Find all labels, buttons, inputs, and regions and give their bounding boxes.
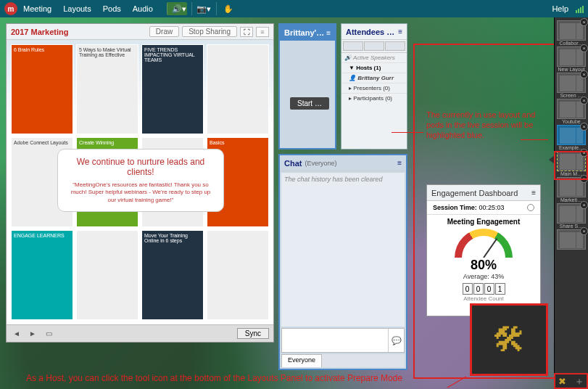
pod-options-icon[interactable]: ≡: [531, 189, 536, 197]
close-icon[interactable]: ×: [580, 227, 588, 235]
share-footer: ◄ ► ▭ Sync: [7, 324, 273, 342]
chat-input[interactable]: [282, 329, 388, 352]
presenters-group[interactable]: ▸ Presenters (0): [341, 83, 407, 93]
layout-thumbnail[interactable]: ×: [557, 229, 586, 250]
prepare-mode-icon[interactable]: ✖: [558, 376, 566, 387]
slide-tile: [76, 230, 138, 320]
menu-audio[interactable]: Audio: [133, 4, 153, 13]
attendee-counter: 0 0 0 1: [427, 283, 540, 295]
panel-collapse-icon[interactable]: [549, 155, 555, 164]
close-icon[interactable]: ×: [580, 44, 588, 52]
session-time-row: Session Time: 00:25:03: [427, 201, 540, 215]
chat-tabs: Everyone: [281, 354, 405, 367]
chat-header[interactable]: Chat (Everyone) ≡: [280, 155, 406, 171]
attendees-toolbar: [341, 40, 407, 53]
pod-options-icon[interactable]: ≡: [398, 28, 402, 36]
chat-send-icon[interactable]: 💬: [388, 329, 404, 352]
slide-tile: 5 Ways to Make Virtual Training as Effec…: [76, 44, 138, 134]
add-layout-icon[interactable]: ＋: [574, 375, 584, 388]
slide-tile: [207, 230, 269, 320]
chat-tab-everyone[interactable]: Everyone: [281, 354, 322, 367]
attendee-view-icon[interactable]: [364, 41, 384, 51]
chat-history: The chat history has been cleared: [281, 173, 405, 327]
close-icon[interactable]: ×: [580, 149, 588, 157]
slide-list-icon[interactable]: ▭: [43, 329, 54, 339]
prev-slide-icon[interactable]: ◄: [11, 329, 22, 339]
slide-tile: ENGAGE LEARNERS: [11, 230, 73, 320]
poll-pod: Brittany'… ≡ Start …: [278, 23, 336, 150]
engagement-header[interactable]: Engagement Dashboard ≡: [427, 185, 540, 201]
share-title: 2017 Marketing: [11, 28, 68, 36]
attendee-view-icon[interactable]: [385, 41, 405, 51]
layout-thumbnail[interactable]: ×Share S…: [557, 203, 586, 229]
close-icon[interactable]: ×: [580, 123, 588, 131]
active-speakers-label: 🔊 Active Speakers: [341, 53, 407, 62]
layout-thumbnail[interactable]: ×Screen …: [557, 73, 586, 98]
stop-sharing-button[interactable]: Stop Sharing: [182, 26, 237, 37]
poll-title: Brittany'…: [284, 28, 324, 37]
chat-scope: (Everyone): [305, 160, 336, 167]
layouts-panel-tools: ✖ ＋: [555, 373, 588, 389]
hosts-group[interactable]: ▼ Hosts (1): [341, 62, 407, 73]
menu-meeting[interactable]: Meeting: [23, 4, 51, 13]
attendees-header[interactable]: Attendees … ≡: [341, 24, 407, 40]
fullscreen-icon[interactable]: ⛶: [240, 27, 253, 37]
layout-thumbnail[interactable]: ×Youtube: [557, 99, 586, 124]
attendee-count-label: Attendee Count: [427, 295, 540, 302]
connection-icon: [576, 4, 584, 13]
pod-options-icon[interactable]: ≡: [326, 29, 331, 37]
raise-hand-icon[interactable]: ✋: [216, 2, 236, 15]
webcam-icon[interactable]: 📷▾: [191, 2, 212, 15]
annotation-text: As a Host, you can click the tool icon a…: [26, 373, 402, 383]
slide-tile: FIVE TRENDS IMPACTING VIRTUAL TEAMS: [141, 44, 204, 134]
menu-pods[interactable]: Pods: [103, 4, 121, 13]
annotation-line: [521, 139, 548, 140]
layout-thumbnail[interactable]: ×Main M…: [557, 151, 586, 176]
session-time-value: 00:25:03: [479, 204, 504, 211]
annotation-text: The currently in use layout and pods in …: [426, 110, 544, 140]
callout-heading: We continue to nurture leads and clients…: [67, 157, 215, 177]
attendee-row[interactable]: 👤 Brittany Gurr: [341, 73, 407, 83]
draw-button[interactable]: Draw: [149, 26, 179, 37]
close-icon[interactable]: ×: [580, 70, 588, 78]
close-icon[interactable]: ×: [580, 97, 588, 105]
start-poll-button[interactable]: Start …: [290, 97, 329, 110]
attendee-view-icon[interactable]: [343, 41, 363, 51]
share-content: 6 Brain Rules 5 Ways to Make Virtual Tra…: [7, 40, 273, 324]
slide-tile: 6 Brain Rules: [11, 44, 73, 134]
slide-tile: Move Your Training Online in 6 steps: [141, 230, 204, 320]
layout-thumbnail[interactable]: ×Collabor…: [557, 20, 586, 46]
engagement-percent: 80%: [427, 258, 540, 273]
chat-pod: Chat (Everyone) ≡ The chat history has b…: [278, 154, 407, 370]
slide-callout: We continue to nurture leads and clients…: [57, 149, 224, 212]
poll-header[interactable]: Brittany'… ≡: [280, 25, 335, 41]
speaker-icon[interactable]: 🔊▾: [167, 2, 187, 15]
layout-thumbnail[interactable]: ×Example…: [557, 125, 586, 150]
pod-options-icon[interactable]: ≡: [256, 27, 269, 37]
participants-group[interactable]: ▸ Participants (0): [341, 93, 407, 103]
chat-input-row: 💬: [281, 328, 405, 353]
engagement-average: Average: 43%: [427, 273, 540, 280]
layout-thumbnail[interactable]: ×Marketi…: [557, 177, 586, 202]
close-icon[interactable]: ×: [580, 18, 588, 26]
meeting-stage: 2017 Marketing Draw Stop Sharing ⛶ ≡ 6 B…: [0, 17, 554, 389]
close-icon[interactable]: ×: [580, 175, 588, 183]
close-icon[interactable]: ×: [580, 201, 588, 209]
menu-help[interactable]: Help: [552, 4, 568, 13]
engagement-gauge: [455, 229, 513, 258]
record-icon[interactable]: [527, 204, 534, 211]
menu-layouts[interactable]: Layouts: [63, 4, 91, 13]
slide-tile: [207, 44, 269, 134]
sync-button[interactable]: Sync: [237, 328, 269, 339]
next-slide-icon[interactable]: ►: [27, 329, 38, 339]
share-pod: 2017 Marketing Draw Stop Sharing ⛶ ≡ 6 B…: [6, 23, 274, 343]
engagement-heading: Meeting Engagement: [427, 215, 540, 229]
attendees-pod: Attendees … ≡ 🔊 Active Speakers ▼ Hosts …: [341, 23, 407, 150]
attendees-title: Attendees …: [346, 28, 394, 36]
share-pod-header[interactable]: 2017 Marketing Draw Stop Sharing ⛶ ≡: [7, 24, 273, 40]
pod-options-icon[interactable]: ≡: [397, 159, 402, 167]
annotation-line: [447, 377, 466, 388]
layout-thumbnail[interactable]: ×New Layout: [557, 46, 586, 72]
layouts-panel: ×Collabor…×New Layout×Screen …×Youtube×E…: [554, 17, 588, 389]
gauge-needle-icon: [483, 238, 497, 258]
